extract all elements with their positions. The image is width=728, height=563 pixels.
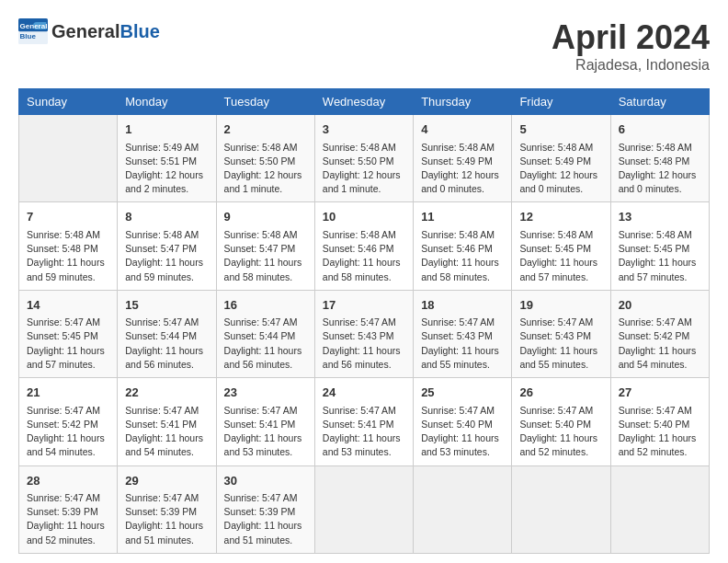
day-number: 4 [421, 121, 504, 139]
calendar-cell: 4Sunrise: 5:48 AMSunset: 5:49 PMDaylight… [414, 115, 512, 202]
day-number: 13 [619, 208, 701, 226]
calendar-cell: 12Sunrise: 5:48 AMSunset: 5:45 PMDayligh… [512, 202, 610, 290]
calendar-cell: 26Sunrise: 5:47 AMSunset: 5:40 PMDayligh… [512, 378, 610, 465]
day-info: Sunrise: 5:48 AMSunset: 5:48 PMDaylight:… [27, 228, 109, 284]
svg-text:General: General [20, 22, 48, 30]
day-number: 7 [27, 208, 109, 226]
calendar-cell: 11Sunrise: 5:48 AMSunset: 5:46 PMDayligh… [414, 202, 512, 290]
calendar-cell: 7Sunrise: 5:48 AMSunset: 5:48 PMDaylight… [19, 202, 118, 290]
logo-wordmark: General Blue [51, 21, 160, 42]
calendar-cell: 19Sunrise: 5:47 AMSunset: 5:43 PMDayligh… [512, 290, 610, 377]
calendar-cell: 28Sunrise: 5:47 AMSunset: 5:39 PMDayligh… [19, 465, 118, 553]
day-number: 8 [125, 208, 208, 226]
calendar-cell: 18Sunrise: 5:47 AMSunset: 5:43 PMDayligh… [414, 290, 512, 377]
calendar-cell: 23Sunrise: 5:47 AMSunset: 5:41 PMDayligh… [216, 378, 314, 465]
day-info: Sunrise: 5:48 AMSunset: 5:47 PMDaylight:… [224, 228, 307, 284]
calendar-cell: 24Sunrise: 5:47 AMSunset: 5:41 PMDayligh… [314, 378, 413, 465]
svg-text:Blue: Blue [20, 32, 37, 40]
calendar-cell: 1Sunrise: 5:49 AMSunset: 5:51 PMDaylight… [118, 115, 216, 202]
day-info: Sunrise: 5:48 AMSunset: 5:49 PMDaylight:… [519, 141, 602, 197]
calendar-cell: 13Sunrise: 5:48 AMSunset: 5:45 PMDayligh… [610, 202, 709, 290]
calendar-cell: 17Sunrise: 5:47 AMSunset: 5:43 PMDayligh… [314, 290, 413, 377]
header-friday: Friday [512, 89, 610, 115]
day-number: 14 [27, 296, 109, 315]
day-info: Sunrise: 5:47 AMSunset: 5:42 PMDaylight:… [619, 316, 701, 372]
day-info: Sunrise: 5:47 AMSunset: 5:45 PMDaylight:… [27, 316, 109, 372]
day-info: Sunrise: 5:47 AMSunset: 5:44 PMDaylight:… [125, 316, 208, 372]
calendar-cell [414, 465, 512, 553]
calendar-cell: 27Sunrise: 5:47 AMSunset: 5:40 PMDayligh… [610, 378, 709, 465]
day-number: 27 [619, 384, 701, 402]
logo-general: General [51, 21, 119, 42]
day-info: Sunrise: 5:47 AMSunset: 5:43 PMDaylight:… [421, 316, 504, 372]
day-info: Sunrise: 5:48 AMSunset: 5:50 PMDaylight:… [224, 141, 307, 197]
day-info: Sunrise: 5:48 AMSunset: 5:45 PMDaylight:… [519, 228, 602, 284]
day-info: Sunrise: 5:47 AMSunset: 5:39 PMDaylight:… [125, 491, 208, 547]
calendar-cell: 20Sunrise: 5:47 AMSunset: 5:42 PMDayligh… [610, 290, 709, 377]
week-row-1: 1Sunrise: 5:49 AMSunset: 5:51 PMDaylight… [19, 115, 710, 202]
day-number: 28 [27, 472, 109, 490]
calendar-cell: 22Sunrise: 5:47 AMSunset: 5:41 PMDayligh… [118, 378, 216, 465]
header-sunday: Sunday [19, 89, 118, 115]
day-number: 11 [421, 208, 504, 226]
calendar-cell: 2Sunrise: 5:48 AMSunset: 5:50 PMDaylight… [216, 115, 314, 202]
location-title: Rajadesa, Indonesia [552, 57, 710, 74]
day-number: 9 [224, 208, 307, 226]
header-monday: Monday [118, 89, 216, 115]
day-number: 29 [125, 472, 208, 490]
day-info: Sunrise: 5:47 AMSunset: 5:40 PMDaylight:… [519, 404, 602, 460]
week-row-4: 21Sunrise: 5:47 AMSunset: 5:42 PMDayligh… [19, 378, 710, 465]
day-number: 10 [323, 208, 405, 226]
title-area: April 2024 Rajadesa, Indonesia [552, 18, 710, 74]
calendar-cell: 21Sunrise: 5:47 AMSunset: 5:42 PMDayligh… [19, 378, 118, 465]
day-info: Sunrise: 5:47 AMSunset: 5:41 PMDaylight:… [323, 404, 405, 460]
day-number: 19 [519, 296, 602, 315]
day-number: 20 [619, 296, 701, 315]
day-info: Sunrise: 5:48 AMSunset: 5:46 PMDaylight:… [323, 228, 405, 284]
day-number: 22 [125, 384, 208, 402]
day-number: 25 [421, 384, 504, 402]
calendar-cell: 8Sunrise: 5:48 AMSunset: 5:47 PMDaylight… [118, 202, 216, 290]
header-saturday: Saturday [610, 89, 709, 115]
day-info: Sunrise: 5:47 AMSunset: 5:39 PMDaylight:… [27, 491, 109, 547]
week-row-5: 28Sunrise: 5:47 AMSunset: 5:39 PMDayligh… [19, 465, 710, 553]
calendar-cell: 15Sunrise: 5:47 AMSunset: 5:44 PMDayligh… [118, 290, 216, 377]
day-number: 3 [323, 121, 405, 139]
day-info: Sunrise: 5:48 AMSunset: 5:50 PMDaylight:… [323, 141, 405, 197]
header-tuesday: Tuesday [216, 89, 314, 115]
calendar-cell: 16Sunrise: 5:47 AMSunset: 5:44 PMDayligh… [216, 290, 314, 377]
day-number: 6 [619, 121, 701, 139]
day-info: Sunrise: 5:48 AMSunset: 5:46 PMDaylight:… [421, 228, 504, 284]
calendar-table: SundayMondayTuesdayWednesdayThursdayFrid… [18, 88, 710, 554]
page-header: General Blue General Blue April 2024 Raj… [18, 18, 710, 74]
day-number: 21 [27, 384, 109, 402]
day-number: 24 [323, 384, 405, 402]
calendar-cell: 14Sunrise: 5:47 AMSunset: 5:45 PMDayligh… [19, 290, 118, 377]
calendar-cell: 3Sunrise: 5:48 AMSunset: 5:50 PMDaylight… [314, 115, 413, 202]
header-thursday: Thursday [414, 89, 512, 115]
calendar-cell: 25Sunrise: 5:47 AMSunset: 5:40 PMDayligh… [414, 378, 512, 465]
calendar-header-row: SundayMondayTuesdayWednesdayThursdayFrid… [19, 89, 710, 115]
day-number: 16 [224, 296, 307, 315]
day-number: 30 [224, 472, 307, 490]
calendar-cell [610, 465, 709, 553]
day-number: 1 [125, 121, 208, 139]
day-info: Sunrise: 5:47 AMSunset: 5:41 PMDaylight:… [224, 404, 307, 460]
day-number: 12 [519, 208, 602, 226]
day-info: Sunrise: 5:47 AMSunset: 5:41 PMDaylight:… [125, 404, 208, 460]
day-number: 18 [421, 296, 504, 315]
day-info: Sunrise: 5:47 AMSunset: 5:44 PMDaylight:… [224, 316, 307, 372]
header-wednesday: Wednesday [314, 89, 413, 115]
week-row-3: 14Sunrise: 5:47 AMSunset: 5:45 PMDayligh… [19, 290, 710, 377]
calendar-cell [512, 465, 610, 553]
day-number: 17 [323, 296, 405, 315]
day-info: Sunrise: 5:48 AMSunset: 5:49 PMDaylight:… [421, 141, 504, 197]
calendar-cell [19, 115, 118, 202]
day-number: 26 [519, 384, 602, 402]
calendar-cell: 9Sunrise: 5:48 AMSunset: 5:47 PMDaylight… [216, 202, 314, 290]
logo-icon: General Blue [18, 18, 48, 44]
day-info: Sunrise: 5:49 AMSunset: 5:51 PMDaylight:… [125, 141, 208, 197]
day-info: Sunrise: 5:47 AMSunset: 5:43 PMDaylight:… [323, 316, 405, 372]
day-info: Sunrise: 5:47 AMSunset: 5:42 PMDaylight:… [27, 404, 109, 460]
day-info: Sunrise: 5:47 AMSunset: 5:43 PMDaylight:… [519, 316, 602, 372]
